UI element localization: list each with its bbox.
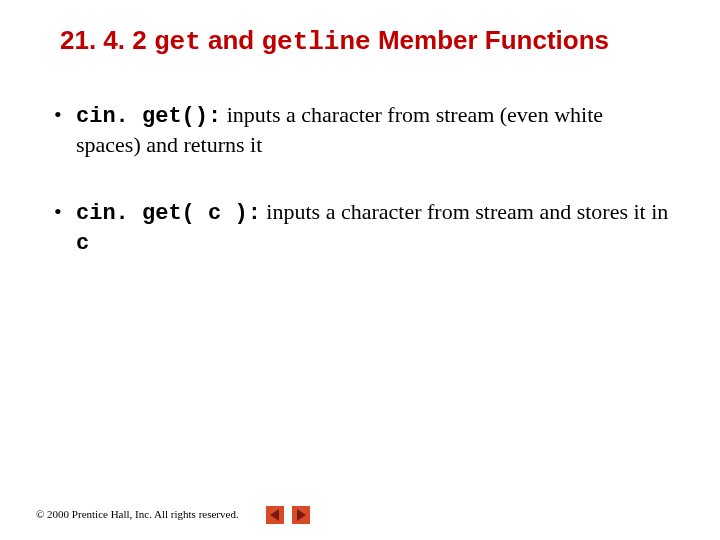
title-rest: Member Functions (371, 25, 609, 55)
bullet-marker: • (50, 198, 76, 259)
bullet-text: inputs a character from stream and store… (261, 199, 668, 224)
bullet-code-var: c (76, 231, 89, 256)
title-code-get: get (154, 27, 201, 57)
bullet-code: cin. get( c ): (76, 201, 261, 226)
copyright-footer: © 2000 Prentice Hall, Inc. All rights re… (36, 508, 239, 520)
slide: 21. 4. 2 get and getline Member Function… (0, 0, 720, 259)
title-code-getline: getline (261, 27, 370, 57)
title-mid: and (201, 25, 262, 55)
bullet-marker: • (50, 101, 76, 160)
bullet-code: cin. get(): (76, 104, 221, 129)
bullet-body: cin. get( c ): inputs a character from s… (76, 198, 670, 259)
bullet-body: cin. get(): inputs a character from stre… (76, 101, 670, 160)
title-section-number: 21. 4. 2 (60, 25, 147, 55)
slide-title: 21. 4. 2 get and getline Member Function… (60, 24, 670, 59)
slide-nav (266, 506, 310, 524)
next-icon[interactable] (292, 506, 310, 524)
bullet-item: • cin. get(): inputs a character from st… (50, 101, 670, 160)
bullet-item: • cin. get( c ): inputs a character from… (50, 198, 670, 259)
prev-icon[interactable] (266, 506, 284, 524)
